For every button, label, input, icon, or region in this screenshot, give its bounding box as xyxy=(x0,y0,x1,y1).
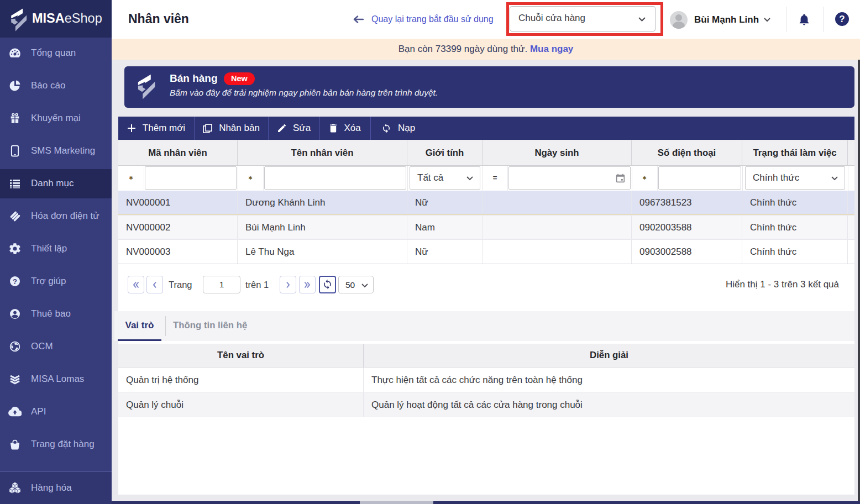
svg-text:?: ? xyxy=(13,277,17,285)
